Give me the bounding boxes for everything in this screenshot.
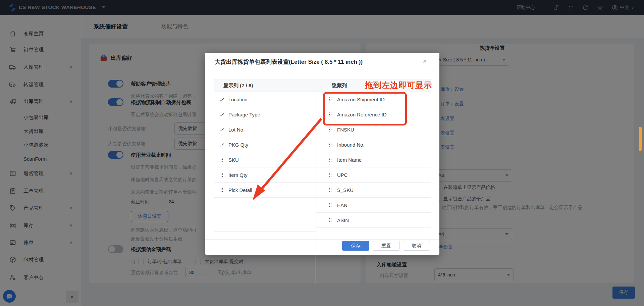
hidden-row-upc[interactable]: UPC — [316, 167, 431, 183]
annotation-tip-text: 拖到左边即可显示 — [365, 80, 432, 91]
modal-cancel-button[interactable]: 取消 — [403, 241, 430, 251]
drag-handle-icon — [328, 217, 333, 223]
pin-icon — [219, 127, 224, 132]
modal-title: 大货出库拣货单包裹列表设置(Letter Size ( 8.5 * 11 inc… — [215, 58, 363, 66]
screen: CS NEW STOCK WAREHOUSE 帮助中心 中文 ∨ 仓库主页 订单… — [0, 0, 644, 306]
pin-icon — [219, 97, 224, 102]
hidden-row-inbound-no[interactable]: Inbound No. — [316, 137, 431, 152]
hidden-row-item-name[interactable]: Item Name — [316, 152, 431, 167]
hidden-row-ean[interactable]: EAN — [316, 198, 431, 213]
modal-reset-button[interactable]: 重置 — [373, 241, 400, 251]
annotation-arrow — [248, 114, 329, 208]
hidden-row-asin[interactable]: ASIN — [316, 213, 431, 228]
close-icon[interactable]: × — [423, 57, 427, 65]
drag-handle-icon — [219, 172, 224, 177]
modal-save-button[interactable]: 保存 — [342, 241, 369, 251]
modal-title-divider — [205, 70, 439, 70]
shown-columns-header: 显示列 (7 / 8) — [214, 80, 316, 92]
annotation-highlight-box — [323, 92, 407, 125]
hidden-row-s-sku[interactable]: S_SKU — [316, 183, 431, 198]
modal-footer-divider — [205, 239, 439, 240]
drag-handle-icon — [219, 187, 224, 193]
drag-handle-icon — [219, 157, 224, 162]
page-scrollbar-thumb[interactable] — [639, 127, 642, 151]
pin-icon — [219, 112, 224, 117]
pin-icon — [219, 142, 224, 147]
shown-row-location[interactable]: Location — [214, 92, 316, 107]
